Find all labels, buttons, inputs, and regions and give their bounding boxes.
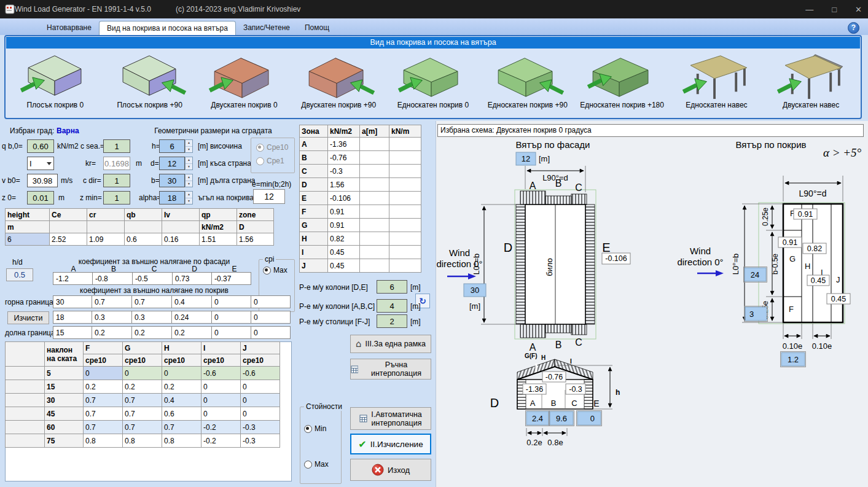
- max-radio[interactable]: Max: [304, 460, 329, 469]
- row-selector-cell[interactable]: [6, 421, 45, 434]
- zone-knm2-cell[interactable]: -1.36: [328, 138, 360, 151]
- spacing-purlin-field[interactable]: 2: [377, 314, 407, 328]
- zone-am-cell[interactable]: [360, 246, 389, 259]
- slope-value-cell[interactable]: 0.8: [162, 434, 201, 448]
- row-selector-cell[interactable]: [6, 380, 45, 394]
- facade-value-cell[interactable]: -1.2: [53, 272, 93, 285]
- spacing-de-field[interactable]: 6: [377, 280, 407, 294]
- roof-coef-cell[interactable]: 0: [211, 295, 251, 308]
- tab-roof-type[interactable]: Вид на покрива и посока на вятъра: [99, 21, 236, 36]
- roof-coef-cell[interactable]: 0.2: [92, 326, 132, 339]
- zone-am-cell[interactable]: [360, 151, 389, 165]
- cr-cell[interactable]: 1.09: [87, 233, 125, 246]
- slope-value-cell[interactable]: 0: [201, 407, 241, 421]
- slope-value-cell[interactable]: -0.2: [201, 421, 241, 434]
- alpha-field[interactable]: 18: [159, 191, 185, 205]
- slope-value-cell[interactable]: 0: [241, 407, 280, 421]
- roof-duo-canopy-button[interactable]: Двускатен навес: [764, 50, 858, 109]
- clear-button[interactable]: Изчисти: [7, 311, 49, 324]
- zone-am-cell[interactable]: [360, 192, 389, 205]
- d-spinner[interactable]: ▲▼: [185, 157, 193, 170]
- roof-coef-cell[interactable]: 0.4: [171, 295, 212, 308]
- zone-am-cell[interactable]: [360, 178, 389, 192]
- terrain-select[interactable]: I: [27, 157, 54, 170]
- qb-cell[interactable]: 0.6: [125, 233, 162, 246]
- width-c-box[interactable]: 0: [590, 414, 595, 423]
- minimize-button[interactable]: —: [805, 5, 813, 14]
- roof-gable-90-button[interactable]: Двускатен покрив +90: [291, 50, 386, 109]
- ce-cell[interactable]: 2.52: [50, 233, 87, 246]
- alpha-spinner[interactable]: ▲▼: [185, 191, 193, 205]
- close-button[interactable]: ✕: [855, 5, 862, 14]
- zone-knm2-cell[interactable]: 0.91: [328, 205, 360, 219]
- z0-field[interactable]: 0.01: [27, 191, 54, 205]
- slope-value-cell[interactable]: 0.7: [84, 407, 123, 421]
- tab-save-read[interactable]: Запис/Четене: [236, 21, 297, 35]
- auto-interp-button[interactable]: I.Автоматичнаинтерполация: [350, 407, 431, 430]
- zone-knm2-cell[interactable]: 0.45: [328, 259, 360, 273]
- roof-mono-180-button[interactable]: Едноскатен покрив +180: [575, 50, 670, 109]
- zone-am-cell[interactable]: [360, 205, 389, 219]
- slope-value-cell[interactable]: 0.7: [123, 421, 162, 434]
- row-selector-cell[interactable]: [6, 367, 45, 380]
- zone-knm-cell[interactable]: [389, 178, 421, 192]
- roof-gable-0-button[interactable]: Двускатен покрив 0: [197, 50, 292, 109]
- zone-am-cell[interactable]: [360, 259, 389, 273]
- zone-cell[interactable]: 1.56: [237, 233, 274, 246]
- min-radio[interactable]: Min: [304, 424, 326, 433]
- roof-mono-90-button[interactable]: Едноскатен покрив +90: [480, 50, 575, 109]
- calc-button[interactable]: ✔ II.Изчисление: [350, 434, 431, 454]
- zone-knm2-cell[interactable]: 0.91: [328, 219, 360, 232]
- slope-value-cell[interactable]: -0.3: [241, 421, 280, 434]
- maximize-button[interactable]: □: [832, 5, 837, 14]
- vb0-field[interactable]: 30.98: [27, 174, 58, 187]
- row-selector-cell[interactable]: [6, 407, 45, 421]
- tab-help[interactable]: Помощ: [297, 21, 337, 35]
- slope-value-cell[interactable]: -0.6: [241, 367, 280, 380]
- zone-knm2-cell[interactable]: 0.45: [328, 246, 360, 259]
- roof-coef-cell[interactable]: 0.2: [171, 326, 212, 339]
- slope-value-cell[interactable]: 0: [84, 367, 123, 380]
- roof-coef-cell[interactable]: 0.3: [92, 311, 132, 324]
- roof-flat-90-button[interactable]: Плосък покрив +90: [103, 50, 197, 109]
- zone-knm-cell[interactable]: [389, 259, 421, 273]
- manual-interp-button[interactable]: Ръчна интерполация: [350, 359, 431, 380]
- zone-knm-cell[interactable]: [389, 138, 421, 151]
- roof-flat-0-button[interactable]: Плосък покрив 0: [8, 50, 103, 109]
- slope-value-cell[interactable]: 0.2: [84, 380, 123, 394]
- zone-am-cell[interactable]: [360, 219, 389, 232]
- zone-knm-cell[interactable]: [389, 151, 421, 165]
- slope-value-cell[interactable]: 0.8: [84, 434, 123, 448]
- zone-knm-cell[interactable]: [389, 165, 421, 178]
- roof-coef-cell[interactable]: 0: [251, 311, 291, 324]
- slope-value-cell[interactable]: 0.7: [123, 407, 162, 421]
- zone-knm2-cell[interactable]: 1.56: [328, 178, 360, 192]
- b-value-box[interactable]: 30: [471, 286, 479, 295]
- cpe10-radio[interactable]: Cpe10: [256, 143, 288, 152]
- slope-value-cell[interactable]: 0: [162, 367, 201, 380]
- slope-value-cell[interactable]: -0.3: [241, 434, 280, 448]
- b-field[interactable]: 30: [159, 174, 185, 187]
- scheme-field[interactable]: Избрана схема: Двускатен покрив 0 градус…: [437, 124, 864, 137]
- e-value-box[interactable]: 1.2: [788, 355, 799, 364]
- slope-value-cell[interactable]: 0: [201, 394, 241, 407]
- slope-value-cell[interactable]: 0.7: [162, 421, 201, 434]
- csea-field[interactable]: 1: [103, 139, 130, 153]
- roof-mono-0-button[interactable]: Едноскатен покрив 0: [386, 50, 480, 109]
- roof-coef-cell[interactable]: 0.7: [131, 295, 172, 308]
- slope-value-cell[interactable]: -0.2: [201, 434, 241, 448]
- slope-value-cell[interactable]: -0.6: [201, 367, 241, 380]
- zone-knm-cell[interactable]: [389, 205, 421, 219]
- roof-coef-cell[interactable]: 0: [251, 295, 291, 308]
- slope-value-cell[interactable]: 0: [201, 380, 241, 394]
- zone-knm-cell[interactable]: [389, 246, 421, 259]
- roof-coef-cell[interactable]: 0.24: [171, 311, 212, 324]
- roof-coef-cell[interactable]: 0.3: [131, 311, 172, 324]
- zone-am-cell[interactable]: [360, 165, 389, 178]
- facade-value-cell[interactable]: -0.37: [211, 272, 251, 285]
- frame-button[interactable]: ⌂ III.За една рамка: [350, 335, 431, 353]
- zone-knm-cell[interactable]: [389, 232, 421, 246]
- zone-knm-cell[interactable]: [389, 219, 421, 232]
- qb0-field[interactable]: 0.60: [27, 139, 54, 153]
- roof-coef-cell[interactable]: 18: [53, 311, 92, 324]
